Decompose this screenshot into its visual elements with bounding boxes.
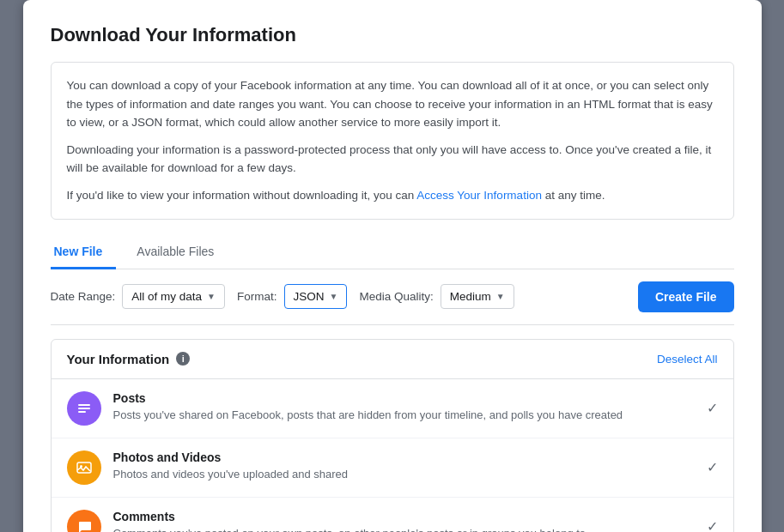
info-paragraph-2: Downloading your information is a passwo… [67, 141, 718, 178]
posts-description: Posts you've shared on Facebook, posts t… [113, 408, 696, 423]
posts-icon [67, 391, 101, 426]
comments-icon [67, 510, 101, 532]
your-information-header: Your Information i Deselect All [52, 340, 733, 379]
svg-rect-2 [78, 411, 86, 413]
posts-content: Posts Posts you've shared on Facebook, p… [113, 391, 696, 423]
tab-available-files[interactable]: Available Files [133, 236, 228, 269]
date-range-value: All of my data [131, 290, 202, 303]
access-your-information-link[interactable]: Access Your Information [416, 189, 542, 202]
info-paragraph-3: If you'd like to view your information w… [67, 186, 718, 205]
media-quality-value: Medium [450, 290, 491, 303]
info-paragraph-3-suffix: at any time. [542, 189, 605, 202]
info-tooltip-icon[interactable]: i [176, 352, 190, 366]
main-window: Download Your Information You can downlo… [23, 0, 762, 532]
format-chevron-icon: ▼ [330, 292, 338, 301]
media-quality-dropdown[interactable]: Medium ▼ [441, 284, 514, 309]
format-value: JSON [294, 290, 325, 303]
comments-checkmark: ✓ [696, 518, 718, 532]
media-quality-group: Media Quality: Medium ▼ [359, 284, 514, 309]
list-item[interactable]: Photos and Videos Photos and videos you'… [52, 438, 733, 498]
svg-rect-1 [78, 408, 90, 409]
comments-description: Comments you've posted on your own posts… [113, 526, 696, 532]
comments-content: Comments Comments you've posted on your … [113, 510, 696, 532]
posts-checkmark: ✓ [696, 400, 718, 416]
info-box: You can download a copy of your Facebook… [51, 62, 734, 220]
photos-videos-checkmark: ✓ [696, 459, 718, 475]
photos-videos-name: Photos and Videos [113, 450, 696, 464]
photos-videos-description: Photos and videos you've uploaded and sh… [113, 467, 696, 482]
tab-new-file[interactable]: New File [51, 236, 117, 269]
info-paragraph-1: You can download a copy of your Facebook… [67, 76, 718, 132]
create-file-button[interactable]: Create File [638, 281, 734, 312]
list-item[interactable]: Comments Comments you've posted on your … [52, 498, 733, 532]
photos-videos-content: Photos and Videos Photos and videos you'… [113, 450, 696, 482]
info-paragraph-3-prefix: If you'd like to view your information w… [67, 189, 417, 202]
your-information-section: Your Information i Deselect All Posts Po… [51, 339, 734, 532]
date-range-dropdown[interactable]: All of my data ▼ [122, 284, 225, 309]
svg-rect-0 [78, 404, 90, 406]
photos-videos-icon [67, 450, 101, 485]
date-range-chevron-icon: ▼ [207, 292, 216, 301]
page-title: Download Your Information [51, 24, 734, 46]
date-range-label: Date Range: [51, 290, 116, 303]
your-information-title-text: Your Information [67, 352, 170, 366]
deselect-all-button[interactable]: Deselect All [657, 353, 718, 366]
date-range-group: Date Range: All of my data ▼ [51, 284, 226, 309]
list-item[interactable]: Posts Posts you've shared on Facebook, p… [52, 379, 733, 438]
posts-name: Posts [113, 391, 696, 405]
svg-rect-3 [77, 462, 91, 473]
media-quality-label: Media Quality: [359, 290, 433, 303]
your-information-title: Your Information i [67, 352, 191, 366]
format-group: Format: JSON ▼ [237, 284, 347, 309]
format-dropdown[interactable]: JSON ▼ [284, 284, 348, 309]
comments-name: Comments [113, 510, 696, 523]
media-quality-chevron-icon: ▼ [496, 292, 505, 301]
tabs-container: New File Available Files [51, 235, 734, 269]
format-label: Format: [237, 290, 277, 303]
controls-bar: Date Range: All of my data ▼ Format: JSO… [51, 269, 734, 325]
